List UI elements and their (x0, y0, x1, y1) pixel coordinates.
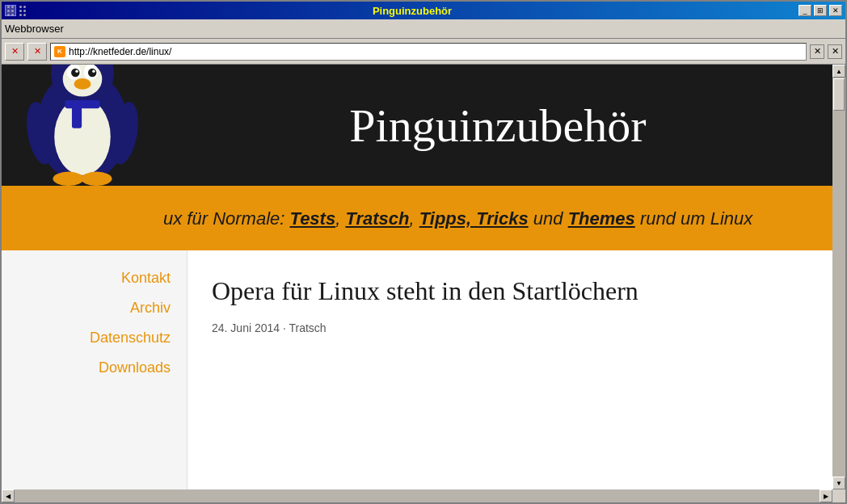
scroll-track-vertical[interactable] (832, 78, 845, 477)
scroll-down-button[interactable]: ▼ (832, 477, 845, 489)
tagline-comma2: , (410, 208, 415, 229)
webpage: Pinguinzubehör ux für Normale: Tests, Tr… (2, 65, 832, 489)
svg-point-10 (74, 78, 91, 90)
forward-button[interactable]: ✕ (27, 43, 47, 61)
tagline-comma1: , (335, 208, 340, 229)
bottom-bar: ◀ ▶ (2, 489, 845, 502)
scroll-thumb-vertical[interactable] (833, 78, 845, 111)
article-separator: · (283, 321, 286, 334)
scroll-left-button[interactable]: ◀ (2, 489, 15, 502)
svg-point-6 (71, 69, 79, 77)
main-window: Pinguinzubehör _ ⊞ ✕ Webbrowser ✕ ✕ K ht… (0, 0, 847, 504)
tagline-prefix: ux für Normale: (163, 208, 284, 229)
tux-area (2, 65, 163, 186)
sidebar-link-kontakt[interactable]: Kontakt (121, 267, 171, 290)
sidebar-link-downloads[interactable]: Downloads (99, 356, 171, 380)
reload-button[interactable]: ✕ (828, 44, 842, 59)
svg-rect-15 (65, 100, 99, 108)
tagline-link-tratsch[interactable]: Tratsch (345, 208, 409, 229)
scrollbar-horizontal: ◀ ▶ (2, 489, 832, 502)
site-title-area: Pinguinzubehör (163, 99, 832, 153)
site-header: Pinguinzubehör (2, 65, 832, 186)
scroll-corner (832, 489, 845, 502)
drag-handle (19, 6, 26, 16)
article-meta: 24. Juni 2014 · Tratsch (212, 321, 808, 334)
svg-point-9 (92, 70, 95, 73)
url-bar[interactable]: K http://knetfeder.de/linux/ (50, 43, 807, 61)
tagline-link-tipps[interactable]: Tipps, Tricks (419, 208, 529, 229)
scroll-up-button[interactable]: ▲ (832, 65, 845, 78)
favicon-letter: K (57, 48, 62, 55)
window-controls: _ ⊞ ✕ (799, 5, 842, 16)
sidebar: Kontakt Archiv Datenschutz Downloads (2, 250, 188, 489)
tagline-link-themes[interactable]: Themes (568, 208, 635, 229)
window-title: Pinguinzubehör (26, 5, 799, 17)
stop-button[interactable]: ✕ (810, 44, 824, 59)
minimize-button[interactable]: _ (799, 5, 811, 16)
back-button[interactable]: ✕ (5, 43, 24, 61)
site-favicon: K (54, 46, 65, 57)
tagline: ux für Normale: Tests, Tratsch, Tipps, T… (163, 205, 752, 232)
grip-dots (7, 6, 14, 16)
article-title: Opera für Linux steht in den Startlöcher… (212, 275, 808, 309)
orange-bar: ux für Normale: Tests, Tratsch, Tipps, T… (2, 186, 832, 250)
svg-rect-16 (72, 107, 82, 128)
sidebar-link-datenschutz[interactable]: Datenschutz (90, 326, 171, 350)
tagline-link-tests[interactable]: Tests (290, 208, 336, 229)
app-label: Webbrowser (5, 23, 64, 35)
maximize-button[interactable]: ⊞ (814, 5, 827, 16)
scrollbar-vertical: ▲ ▼ (832, 65, 845, 489)
window-icon (5, 5, 16, 16)
address-bar: ✕ ✕ K http://knetfeder.de/linux/ ✕ ✕ (2, 39, 845, 65)
main-layout: Kontakt Archiv Datenschutz Downloads Ope… (2, 250, 832, 489)
browser-content: Pinguinzubehör ux für Normale: Tests, Tr… (2, 65, 832, 489)
svg-point-7 (88, 69, 96, 77)
title-bar-left (5, 5, 26, 16)
svg-point-13 (53, 172, 83, 186)
tagline-suffix: rund um Linux (640, 208, 752, 229)
scroll-right-button[interactable]: ▶ (820, 489, 832, 502)
close-button[interactable]: ✕ (829, 5, 842, 16)
url-text: http://knetfeder.de/linux/ (69, 46, 803, 57)
scroll-track-horizontal[interactable] (15, 489, 820, 502)
sidebar-link-archiv[interactable]: Archiv (130, 296, 171, 320)
tux-penguin (18, 65, 147, 186)
content-area: Opera für Linux steht in den Startlöcher… (188, 250, 832, 489)
svg-point-8 (75, 70, 78, 73)
article-category: Tratsch (289, 321, 327, 334)
title-bar: Pinguinzubehör _ ⊞ ✕ (2, 2, 845, 19)
article-date: 24. Juni 2014 (212, 321, 280, 334)
menu-bar: Webbrowser (2, 19, 845, 39)
site-title: Pinguinzubehör (349, 99, 646, 153)
svg-point-14 (81, 172, 112, 186)
tagline-und: und (533, 208, 563, 229)
svg-point-1 (54, 98, 111, 175)
